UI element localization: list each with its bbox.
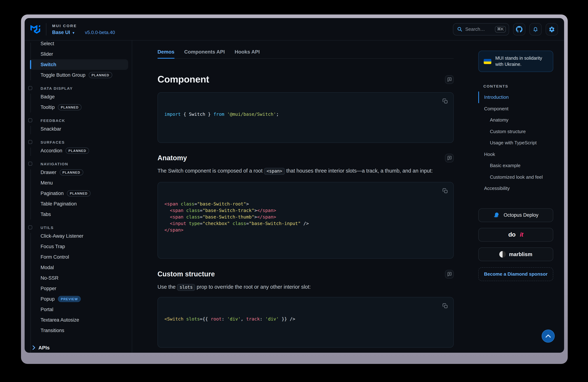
code-token: <span	[170, 214, 183, 220]
sidebar-item-switch[interactable]: Switch	[25, 59, 132, 70]
notifications-button[interactable]	[529, 23, 542, 35]
toc-item-custom-structure[interactable]: Custom structure	[478, 126, 553, 137]
tab-demos[interactable]: Demos	[158, 49, 174, 58]
sidebar-item-focus-trap[interactable]: Focus Trap	[25, 241, 132, 252]
product-switcher[interactable]: Base UI▼	[52, 29, 75, 35]
code-token: class	[186, 208, 200, 213]
brand-block: MUI CORE Base UI▼ v5.0.0-beta.40	[52, 23, 115, 35]
code-line: <Switch slots={{ root: 'div', track: 'di…	[164, 316, 447, 322]
add-comment-icon	[447, 155, 452, 161]
sponsor-marblism[interactable]: marblism	[478, 247, 553, 261]
sidebar-item-popup[interactable]: PopupPREVIEW	[25, 294, 132, 304]
code-token: class	[232, 221, 246, 226]
component-group-icon	[28, 162, 32, 166]
version-selector[interactable]: v5.0.0-beta.40	[85, 29, 115, 35]
mui-logo-icon[interactable]	[30, 25, 40, 34]
marblism-icon	[499, 251, 506, 257]
scroll-to-top-button[interactable]	[542, 329, 555, 343]
sidebar-item-pagination[interactable]: PaginationPLANNED	[25, 188, 132, 199]
code-token: 'div'	[227, 316, 241, 322]
code-token: ={{	[200, 316, 211, 322]
copy-icon	[442, 98, 448, 104]
sidebar-item-label: Modal	[41, 265, 54, 270]
add-comment-button[interactable]	[445, 270, 454, 279]
toc-item-component[interactable]: Component	[478, 103, 553, 114]
sidebar-item-textarea-autosize[interactable]: Textarea Autosize	[25, 315, 132, 325]
code-token: class	[181, 201, 194, 207]
code-token: </span>	[164, 227, 183, 233]
sidebar-item-toggle-button-group[interactable]: Toggle Button GroupPLANNED	[25, 70, 132, 80]
ukraine-banner[interactable]: MUI stands in solidarity with Ukraine.	[478, 51, 553, 72]
toc-item-customized-look-and-feel[interactable]: Customized look and feel	[478, 171, 553, 183]
sidebar-section-label: DATA DISPLAY	[41, 86, 73, 90]
sidebar-item-label: No-SSR	[41, 275, 59, 281]
sidebar-item-menu[interactable]: Menu	[25, 178, 132, 188]
add-comment-button[interactable]	[445, 75, 454, 84]
sidebar-item-no-ssr[interactable]: No-SSR	[25, 273, 132, 283]
sidebar-item-drawer[interactable]: DrawerPLANNED	[25, 167, 132, 178]
toc-item-usage-with-typescript[interactable]: Usage with TypeScript	[478, 137, 553, 149]
sidebar-item-slider[interactable]: Slider	[25, 49, 132, 59]
sidebar-item-select[interactable]: Select	[25, 40, 132, 49]
search-input[interactable]: Search… ⌘K	[453, 23, 509, 35]
sidebar-item-badge[interactable]: Badge	[25, 92, 132, 102]
code-token: <input	[170, 221, 186, 226]
sidebar-item-table-pagination[interactable]: Table Pagination	[25, 199, 132, 209]
settings-button[interactable]	[546, 23, 558, 35]
sidebar-item-apis[interactable]: APIs	[32, 345, 50, 350]
code-token: <span	[164, 201, 178, 207]
sidebar-item-click-away-listener[interactable]: Click-Away Listener	[25, 231, 132, 241]
code-line: <span class="base-Switch-thumb"></span>	[164, 214, 447, 220]
tab-hooks-api[interactable]: Hooks API	[235, 49, 260, 58]
toc-item-introduction[interactable]: Introduction	[478, 92, 553, 103]
app-window: MUI CORE Base UI▼ v5.0.0-beta.40 Search……	[25, 18, 564, 353]
sidebar-item-portal[interactable]: Portal	[25, 304, 132, 315]
sidebar-item-modal[interactable]: Modal	[25, 262, 132, 273]
toc-item-accessibility[interactable]: Accessibility	[478, 183, 553, 194]
code-token: "base-Switch-thumb"	[203, 214, 254, 220]
code-token: class	[186, 214, 200, 220]
code-token: ;	[276, 112, 279, 117]
sidebar-item-label: Popper	[41, 286, 56, 291]
code-block-slots: <Switch slots={{ root: 'div', track: 'di…	[158, 297, 454, 348]
code-token: =	[194, 201, 197, 207]
sidebar-item-popper[interactable]: Popper	[25, 283, 132, 294]
octopus-icon	[493, 211, 500, 219]
sidebar-item-label: Popup	[41, 296, 55, 302]
sidebar-item-form-control[interactable]: Form Control	[25, 252, 132, 262]
copy-code-button[interactable]	[441, 301, 449, 310]
toc-item-anatomy[interactable]: Anatomy	[478, 114, 553, 126]
paragraph-text: The Switch component is composed of a ro…	[158, 168, 264, 174]
copy-code-button[interactable]	[441, 186, 449, 195]
copy-code-button[interactable]	[441, 96, 449, 105]
code-token: />	[301, 221, 309, 226]
status-badge: PLANNED	[60, 169, 83, 175]
sponsor-doit[interactable]: doit	[478, 228, 553, 241]
code-token	[164, 221, 170, 226]
add-comment-button[interactable]	[445, 154, 454, 162]
sidebar-item-label: Pagination	[41, 191, 64, 196]
sponsor-octopus-deploy[interactable]: Octopus Deploy	[478, 208, 553, 222]
sidebar-item-tooltip[interactable]: TooltipPLANNED	[25, 102, 132, 113]
sidebar-item-snackbar[interactable]: Snackbar	[25, 124, 132, 134]
become-diamond-sponsor-button[interactable]: Become a Diamond sponsor	[478, 267, 553, 281]
copy-icon	[442, 303, 448, 308]
toc-item-hook[interactable]: Hook	[478, 149, 553, 160]
sponsor-label: Octopus Deploy	[504, 212, 538, 218]
github-icon	[516, 26, 523, 32]
code-token	[183, 316, 186, 322]
inline-code-chip: <span>	[264, 168, 285, 175]
code-token: import	[164, 112, 181, 117]
sidebar-item-accordion[interactable]: AccordionPLANNED	[25, 145, 132, 156]
tab-components-api[interactable]: Components API	[184, 49, 225, 58]
code-token: >	[254, 214, 257, 220]
sidebar-item-tabs[interactable]: Tabs	[25, 209, 132, 220]
code-token: "base-Switch-track"	[203, 208, 254, 213]
code-token: =	[200, 221, 203, 226]
sidebar-item-transitions[interactable]: Transitions	[25, 325, 132, 336]
sidebar-item-label: Select	[41, 41, 54, 46]
toc-item-basic-example[interactable]: Basic example	[478, 160, 553, 171]
custom-structure-paragraph: Use the slots prop to override the root …	[158, 282, 454, 292]
github-button[interactable]	[513, 23, 525, 35]
code-token: </span>	[257, 208, 276, 213]
